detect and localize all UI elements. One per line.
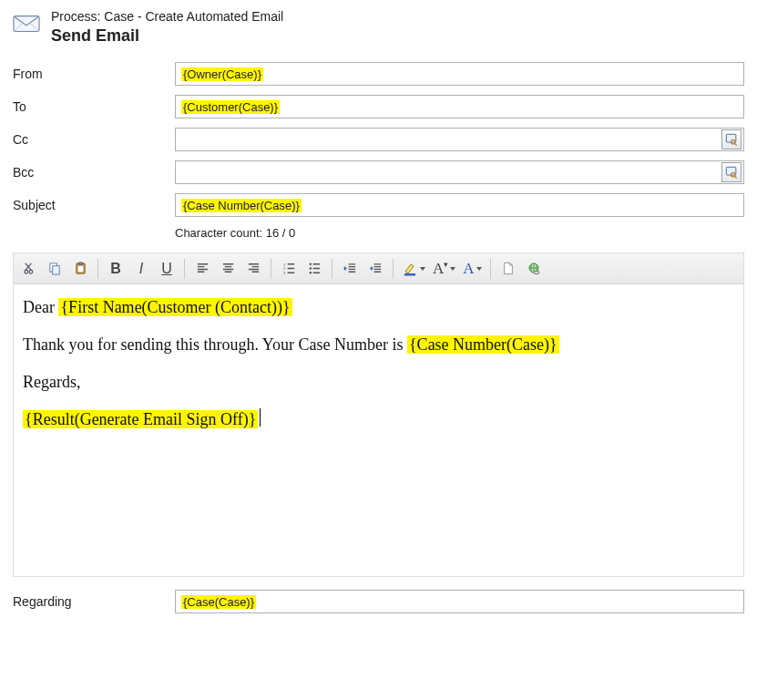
- token-first-name: {First Name(Customer (Contact))}: [58, 298, 292, 316]
- svg-rect-12: [78, 262, 83, 265]
- input-cc[interactable]: [175, 128, 744, 151]
- italic-button[interactable]: I: [129, 257, 153, 281]
- email-icon: [13, 13, 40, 35]
- input-regarding[interactable]: {Case(Case)}: [175, 590, 744, 613]
- page-icon: [502, 262, 515, 275]
- bullet-list-icon: [308, 262, 322, 275]
- cut-button[interactable]: [17, 257, 41, 281]
- bold-button[interactable]: B: [104, 257, 128, 281]
- svg-point-18: [309, 267, 311, 269]
- align-left-button[interactable]: [190, 257, 214, 281]
- outdent-button[interactable]: [338, 257, 362, 281]
- outdent-icon: [343, 262, 357, 275]
- email-body[interactable]: Dear {First Name(Customer (Contact))} Th…: [14, 284, 743, 576]
- body-regards: Regards,: [23, 370, 734, 395]
- body-line2: Thank you for sending this through. Your…: [23, 335, 407, 354]
- font-color-button[interactable]: A: [460, 260, 484, 278]
- label-bcc: Bcc: [13, 165, 175, 180]
- svg-rect-0: [14, 16, 39, 32]
- insert-link-button[interactable]: [522, 257, 546, 281]
- separator: [393, 259, 394, 279]
- globe-link-icon: [527, 262, 541, 276]
- label-regarding: Regarding: [13, 594, 175, 609]
- row-bcc: Bcc: [13, 160, 744, 184]
- character-count: Character count: 16 / 0: [175, 226, 744, 240]
- label-to: To: [13, 99, 175, 114]
- ordered-list-button[interactable]: 1 2 3: [277, 257, 301, 281]
- svg-line-6: [735, 176, 737, 178]
- font-color-icon: A: [463, 260, 474, 278]
- action-title: Send Email: [51, 26, 283, 46]
- separator: [271, 259, 271, 279]
- row-to: To {Customer(Case)}: [13, 95, 744, 118]
- font-size-icon: A▾: [433, 260, 448, 278]
- align-center-button[interactable]: [216, 257, 240, 281]
- chevron-down-icon: [476, 267, 482, 271]
- underline-button[interactable]: U: [155, 257, 179, 281]
- align-left-icon: [196, 262, 210, 275]
- font-size-button[interactable]: A▾: [430, 260, 458, 278]
- highlight-icon: [402, 262, 418, 276]
- copy-button[interactable]: [43, 257, 66, 281]
- input-bcc[interactable]: [175, 160, 744, 184]
- svg-rect-20: [404, 273, 415, 276]
- search-page-icon: [725, 166, 738, 179]
- row-subject: Subject {Case Number(Case)}: [13, 193, 744, 217]
- svg-point-19: [309, 272, 311, 273]
- unordered-list-button[interactable]: [302, 257, 326, 281]
- svg-point-7: [24, 270, 27, 273]
- svg-point-22: [534, 271, 539, 274]
- row-from: From {Owner(Case)}: [13, 62, 744, 86]
- label-from: From: [13, 67, 175, 81]
- scissors-icon: [23, 262, 36, 275]
- text-cursor: [260, 408, 261, 427]
- separator: [332, 259, 332, 279]
- editor-toolbar: B I U 1 2: [14, 253, 743, 284]
- token-signoff: {Result(Generate Email Sign Off)}: [23, 410, 258, 428]
- value-to: {Customer(Case)}: [181, 100, 280, 114]
- header: Process: Case - Create Automated Email S…: [13, 9, 744, 46]
- svg-line-3: [735, 143, 737, 145]
- align-right-icon: [247, 262, 261, 275]
- indent-icon: [369, 262, 383, 275]
- search-page-icon: [725, 133, 738, 146]
- svg-rect-13: [77, 266, 83, 273]
- rich-text-editor: B I U 1 2: [13, 252, 744, 577]
- ordered-list-icon: 1 2 3: [282, 262, 296, 275]
- svg-point-8: [29, 270, 33, 273]
- align-right-button[interactable]: [241, 257, 265, 281]
- row-regarding: Regarding {Case(Case)}: [13, 590, 744, 613]
- insert-page-button[interactable]: [496, 257, 520, 281]
- body-dear: Dear: [23, 298, 58, 316]
- chevron-down-icon: [450, 267, 455, 271]
- separator: [490, 259, 491, 279]
- copy-icon: [48, 262, 62, 275]
- value-subject: {Case Number(Case)}: [181, 199, 302, 212]
- input-subject[interactable]: {Case Number(Case)}: [175, 193, 744, 217]
- row-cc: Cc: [13, 128, 744, 151]
- align-center-icon: [221, 262, 235, 275]
- chevron-down-icon: [420, 267, 425, 271]
- separator: [97, 259, 98, 279]
- indent-button[interactable]: [363, 257, 387, 281]
- cc-lookup-button[interactable]: [721, 129, 742, 149]
- highlight-color-button[interactable]: [399, 262, 428, 276]
- label-cc: Cc: [13, 132, 175, 147]
- input-from[interactable]: {Owner(Case)}: [175, 62, 744, 86]
- svg-point-17: [309, 263, 311, 265]
- process-title: Process: Case - Create Automated Email: [51, 9, 283, 26]
- separator: [184, 259, 185, 279]
- token-case-number: {Case Number(Case)}: [407, 335, 559, 354]
- svg-rect-10: [52, 266, 59, 274]
- value-regarding: {Case(Case)}: [181, 595, 256, 609]
- svg-text:3: 3: [282, 271, 285, 275]
- input-to[interactable]: {Customer(Case)}: [175, 95, 744, 118]
- paste-button[interactable]: [68, 257, 92, 281]
- clipboard-icon: [74, 262, 87, 275]
- bcc-lookup-button[interactable]: [721, 162, 742, 182]
- value-from: {Owner(Case)}: [181, 67, 263, 81]
- label-subject: Subject: [13, 198, 175, 212]
